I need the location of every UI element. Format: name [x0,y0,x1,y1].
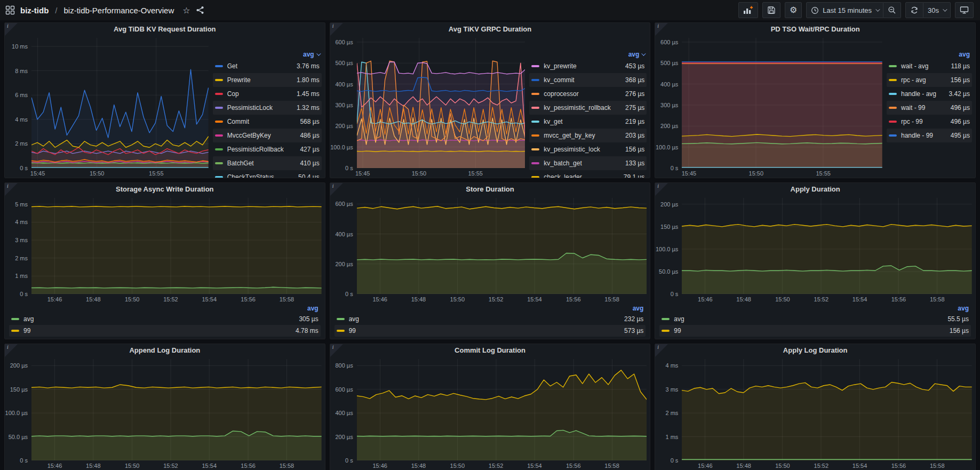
legend-item-avg[interactable]: avg305 µs [9,313,321,325]
legend-item-mvccgetbykey[interactable]: MvccGetByKey486 µs [213,129,322,142]
chart-plot[interactable] [31,38,209,168]
panel-title[interactable]: PD TSO Wait/RPC Duration [655,23,975,37]
legend-item-handle-avg[interactable]: handle - avg3.42 µs [887,87,972,101]
legend-item-avg[interactable]: avg55.5 µs [659,313,971,325]
chart-column: 600 µs500 µs400 µs300 µs200 µs100.0 µs0 … [330,37,529,178]
x-axis-tick: 15:52 [814,463,829,469]
legend-item-kv-get[interactable]: kv_get219 µs [529,115,647,129]
panel-info-icon[interactable]: i [655,183,668,196]
legend-item-99[interactable]: 994.78 ms [9,325,321,337]
tv-mode-button[interactable] [955,2,974,18]
panel-title[interactable]: Apply Log Duration [655,344,975,358]
series-color-swatch [889,93,897,95]
legend-item-get[interactable]: Get3.76 ms [213,59,322,73]
panel-title[interactable]: Storage Async Write Duration [5,183,325,197]
series-avg-value: 50.4 µs [298,173,320,178]
legend-sort-header[interactable]: avg [334,304,646,313]
legend-item-pessimisticrollback[interactable]: PessimisticRollback427 µs [213,142,322,156]
x-axis-tick: 15:48 [411,296,426,302]
panel-title[interactable]: Store Duration [330,183,650,197]
legend-item-pessimisticlock[interactable]: PessimisticLock1.32 ms [213,101,322,115]
panel-title[interactable]: Append Log Duration [5,344,325,358]
legend-item-checktxnstatus[interactable]: CheckTxnStatus50.4 µs [213,170,322,178]
panel-title[interactable]: Apply Duration [655,183,975,197]
x-axis-tick: 15:56 [566,296,581,302]
legend-item-avg[interactable]: avg232 µs [334,313,646,325]
y-axis-tick: 600 µs [660,39,678,45]
dashboard-settings-button[interactable]: ⚙ [785,2,802,18]
breadcrumb-dashboard[interactable]: biz-tidb-Performance-Overview [64,6,174,15]
legend-item-prewrite[interactable]: Prewrite1.80 ms [213,73,322,87]
x-axis: 15:4615:4815:5015:5215:5415:5615:58 [31,294,322,304]
legend-sort-header[interactable]: avg [213,50,322,59]
panel-info-icon[interactable]: i [330,23,343,36]
panel-title[interactable]: Commit Log Duration [330,344,650,358]
x-axis: 15:4615:4815:5015:5215:5415:5615:58 [682,460,972,470]
panel-title[interactable]: Avg TiDB KV Request Duration [5,23,325,37]
chart-plot[interactable] [31,198,322,294]
breadcrumb-folder[interactable]: biz-tidb [20,6,49,15]
legend-item-cop[interactable]: Cop1.45 ms [213,87,322,101]
legend-item-rpc-avg[interactable]: rpc - avg156 µs [887,73,972,87]
chart-plot[interactable] [31,359,322,460]
y-axis-tick: 0 s [671,457,679,464]
legend-item-rpc-99[interactable]: rpc - 99496 µs [887,115,972,129]
panel-info-icon[interactable]: i [330,344,343,357]
legend-item-commit[interactable]: Commit568 µs [213,115,322,129]
x-axis-tick: 15:48 [86,296,101,302]
apps-grid-icon[interactable] [5,5,15,15]
legend-sort-header[interactable]: avg [659,304,971,313]
legend-item-handle-99[interactable]: handle - 99495 µs [887,129,972,142]
legend-sort-header[interactable]: avg [9,304,321,313]
save-dashboard-button[interactable] [762,2,780,18]
zoom-out-button[interactable] [883,2,901,18]
chart-plot[interactable] [682,38,882,168]
favorite-star-icon[interactable]: ☆ [182,5,190,15]
chart-plot[interactable] [357,359,647,460]
legend-item-check-leader[interactable]: check_leader79.1 µs [529,170,647,178]
legend-item-kv-commit[interactable]: kv_commit368 µs [529,73,647,87]
legend-item-batchget[interactable]: BatchGet410 µs [213,156,322,170]
y-axis: 200 µs150 µs100.0 µs50.0 µs0 s [5,359,31,460]
legend-item-kv-pessimistic-rollback[interactable]: kv_pessimistic_rollback275 µs [529,101,647,115]
legend-sort-header[interactable]: avg [529,50,647,59]
panel-info-icon[interactable]: i [5,183,18,196]
share-icon[interactable] [196,6,204,14]
panel-info-icon[interactable]: i [5,344,18,357]
chart-plot[interactable] [357,38,525,168]
legend-item-kv-batch-get[interactable]: kv_batch_get133 µs [529,156,647,170]
legend-item-wait-avg[interactable]: wait - avg118 µs [887,59,972,73]
series-name: wait - avg [901,62,946,70]
legend-item-kv-prewrite[interactable]: kv_prewrite453 µs [529,59,647,73]
chart-area: 5 ms4 ms3 ms2 ms1 ms0 s [5,198,322,294]
y-axis-tick: 100.0 µs [5,410,28,416]
panel-info-icon[interactable]: i [330,183,343,196]
chart-plot[interactable] [357,198,647,294]
panel-title[interactable]: Avg TiKV GRPC Duration [330,23,650,37]
chart-plot[interactable] [682,198,972,294]
legend-item-kv-pessimistic-lock[interactable]: kv_pessimistic_lock156 µs [529,142,647,156]
y-axis-tick: 150 µs [10,386,28,393]
x-axis-tick: 15:56 [566,463,581,469]
x-axis-tick: 15:45 [30,170,45,177]
add-panel-button[interactable] [738,2,758,18]
y-axis-tick: 0 s [20,165,28,171]
legend-item-wait-99[interactable]: wait - 99496 µs [887,101,972,115]
refresh-button[interactable] [905,2,923,18]
x-axis-tick: 15:50 [749,170,764,177]
series-color-swatch [531,176,539,178]
x-axis-tick: 15:48 [736,296,751,302]
legend-item-coprocessor[interactable]: coprocessor276 µs [529,87,647,101]
legend-item-mvcc-get-by-key[interactable]: mvcc_get_by_key203 µs [529,129,647,142]
panel-info-icon[interactable]: i [5,23,18,36]
legend-item-99[interactable]: 99156 µs [659,325,971,337]
legend-sort-header[interactable]: avg [887,50,972,59]
legend-item-99[interactable]: 99573 µs [334,325,646,337]
panel-info-icon[interactable]: i [655,344,668,357]
time-range-picker[interactable]: Last 15 minutes [806,2,883,18]
chart-plot[interactable] [682,359,972,460]
panel-info-icon[interactable]: i [655,23,668,36]
legend-avg-column-label: avg [307,305,318,312]
refresh-interval-dropdown[interactable]: 30s [923,2,951,18]
y-axis-tick: 0 s [345,291,353,297]
